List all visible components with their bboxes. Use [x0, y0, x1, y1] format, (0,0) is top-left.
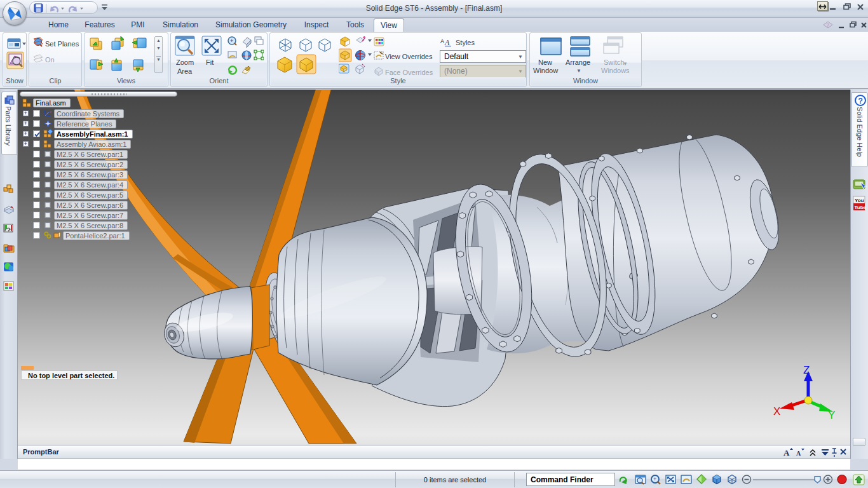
- svg-text:You: You: [855, 198, 864, 203]
- svg-text:x: x: [50, 110, 51, 114]
- svg-text:Z: Z: [803, 364, 810, 376]
- svg-text:+: +: [230, 37, 233, 44]
- svg-text:?: ?: [858, 97, 863, 105]
- svg-text:Tube: Tube: [855, 205, 867, 210]
- svg-text:+: +: [653, 476, 656, 482]
- svg-text:A: A: [783, 448, 790, 458]
- svg-text:A: A: [444, 38, 450, 47]
- svg-text:X: X: [773, 405, 780, 417]
- svg-text:Y: Y: [828, 409, 835, 421]
- svg-text:A: A: [796, 450, 801, 457]
- svg-text:A: A: [440, 38, 444, 44]
- svg-text:?: ?: [827, 22, 830, 28]
